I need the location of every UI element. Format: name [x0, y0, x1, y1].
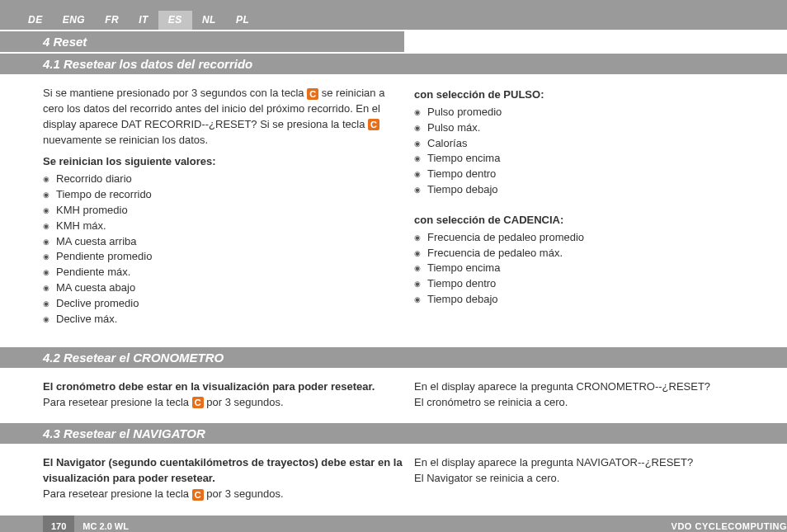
intro-paragraph: Si se mantiene presionado por 3 segundos…: [43, 86, 404, 148]
s43-bold: El Navigator (segundo cuentakilómetros d…: [43, 455, 404, 487]
s42-right-a: En el display aparece la pregunta CRONOM…: [414, 379, 775, 395]
list-item: Declive promedio: [43, 296, 404, 312]
list-item: Tiempo de recorrido: [43, 187, 404, 203]
intro-text-a: Si se mantiene presionado por 3 segundos…: [43, 87, 307, 99]
list-item: Tiempo encima: [414, 151, 775, 167]
list-item: Calorías: [414, 136, 775, 152]
list-item: MA cuesta abajo: [43, 280, 404, 296]
list-heading: Se reinician los siguiente valores:: [43, 154, 404, 170]
col-right: En el display aparece la pregunta NAVIGA…: [414, 455, 775, 502]
list-item: Recorrido diario: [43, 172, 404, 187]
lang-tab-de[interactable]: DE: [18, 11, 53, 30]
c-key-icon: C: [192, 489, 204, 501]
section-4-3-content: El Navigator (segundo cuentakilómetros d…: [0, 444, 787, 514]
section-4-1-content: Si se mantiene presionado por 3 segundos…: [0, 74, 787, 346]
s42-text-a: Para resetear presione la tecla: [43, 396, 192, 408]
heading-main: 4 Reset: [0, 31, 404, 52]
list-item: Tiempo debajo: [414, 292, 775, 308]
cadencia-heading: con selección de CADENCIA:: [414, 213, 775, 228]
pulso-list: Pulso promedioPulso máx.CaloríasTiempo e…: [414, 105, 775, 198]
list-item: Pendiente promedio: [43, 249, 404, 265]
lang-tab-nl[interactable]: NL: [192, 11, 226, 30]
s43-text-a: Para resetear presione la tecla: [43, 487, 192, 500]
col-left: El Navigator (segundo cuentakilómetros d…: [43, 455, 404, 502]
list-item: Pulso promedio: [414, 105, 775, 120]
s42-instruction: Para resetear presione la tecla C por 3 …: [43, 395, 404, 411]
lang-tab-es[interactable]: ES: [158, 11, 192, 30]
lang-tab-fr[interactable]: FR: [95, 11, 129, 30]
s42-right-b: El cronómetro se reinicia a cero.: [414, 395, 775, 411]
model-label: MC 2.0 WL: [82, 521, 129, 531]
heading-4-1: 4.1 Resetear los datos del recorrido: [0, 54, 787, 74]
list-item: KMH promedio: [43, 203, 404, 219]
col-right: con selección de PULSO: Pulso promedioPu…: [414, 86, 775, 334]
lang-tab-pl[interactable]: PL: [226, 11, 259, 30]
c-key-icon: C: [192, 397, 204, 408]
s43-instruction: Para resetear presione la tecla C por 3 …: [43, 487, 404, 502]
list-item: KMH máx.: [43, 219, 404, 234]
list-item: Pulso máx.: [414, 120, 775, 136]
list-item: Frecuencia de pedaleo máx.: [414, 246, 775, 261]
brand-label: VDO CYCLECOMPUTING: [672, 521, 787, 531]
values-list: Recorrido diarioTiempo de recorridoKMH p…: [43, 172, 404, 327]
c-key-icon: C: [307, 88, 318, 100]
list-item: Pendiente máx.: [43, 265, 404, 280]
list-item: Tiempo debajo: [414, 182, 775, 198]
s43-right-a: En el display aparece la pregunta NAVIGA…: [414, 455, 775, 471]
list-item: Tiempo dentro: [414, 276, 775, 292]
heading-4-3: 4.3 Resetear el NAVIGATOR: [0, 423, 787, 444]
pulso-heading: con selección de PULSO:: [414, 87, 775, 103]
list-item: Tiempo dentro: [414, 167, 775, 182]
lang-tab-eng[interactable]: ENG: [53, 11, 96, 30]
col-right: En el display aparece la pregunta CRONOM…: [414, 379, 775, 411]
lang-tab-it[interactable]: IT: [129, 11, 158, 30]
s42-bold: El cronómetro debe estar en la visualiza…: [43, 379, 404, 395]
heading-4-2: 4.2 Resetear el CRONOMETRO: [0, 347, 787, 368]
list-item: Tiempo encima: [414, 261, 775, 276]
page-number: 170: [43, 516, 74, 532]
list-item: Declive máx.: [43, 312, 404, 327]
footer: 170 MC 2.0 WL VDO CYCLECOMPUTING: [0, 516, 787, 532]
s42-text-b: por 3 segundos.: [206, 396, 283, 408]
s43-text-b: por 3 segundos.: [206, 487, 283, 500]
s43-right-b: El Navigator se reinicia a cero.: [414, 471, 775, 487]
c-key-icon: C: [368, 119, 379, 130]
intro-text-c: nuevamente se reinician los datos.: [43, 134, 208, 146]
language-bar: DEENGFRITESNLPL: [0, 0, 787, 30]
list-item: MA cuesta arriba: [43, 234, 404, 250]
cadencia-list: Frecuencia de pedaleo promedioFrecuencia…: [414, 230, 775, 308]
col-left: Si se mantiene presionado por 3 segundos…: [43, 86, 404, 334]
list-item: Frecuencia de pedaleo promedio: [414, 230, 775, 246]
section-4-2-content: El cronómetro debe estar en la visualiza…: [0, 368, 787, 422]
col-left: El cronómetro debe estar en la visualiza…: [43, 379, 404, 411]
